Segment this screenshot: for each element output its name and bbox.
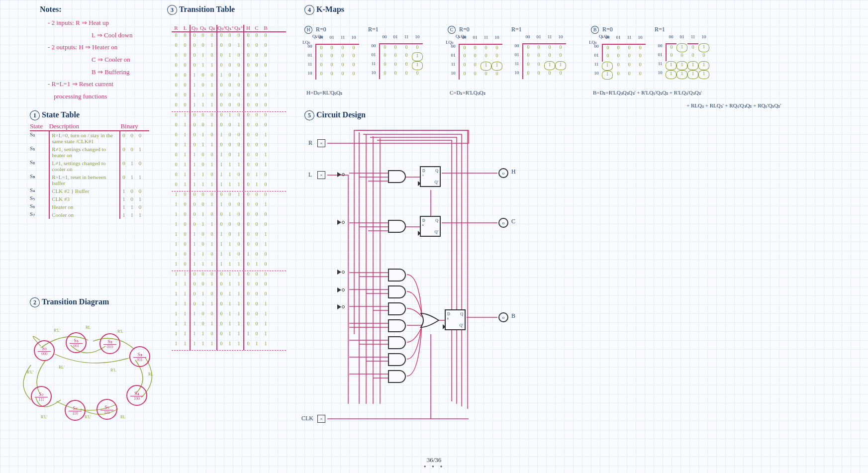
state-table-row: S₆Heater on1 1 0 (30, 203, 149, 211)
tt-row: 11111011011 (172, 341, 286, 351)
circled-num-icon: 3 (167, 5, 177, 15)
tt-row: 01111111010 (172, 182, 286, 191)
tt-row: 01010100001 (172, 132, 286, 142)
state-table-row: S₇Cooler on1 1 1 (30, 211, 149, 219)
tt-row: 01100101001 (172, 152, 286, 162)
state-node-s4: S₄100 (126, 385, 147, 406)
tt-row: 10100101001 (172, 231, 286, 241)
tt-header: L (181, 25, 190, 31)
output-H-label: H (511, 168, 516, 176)
tt-row: 11010011000 (172, 291, 286, 301)
flipflop-D0: D₀ QQ' (420, 166, 441, 187)
and-gate-icon (388, 336, 406, 349)
circuit-diagram: R × L × CLK × D₀ QQ' D₁ QQ' D₂ QQ' o H o… (304, 125, 533, 434)
tt-row: 01101111001 (172, 162, 286, 172)
kmap-equation: H=D₀=RL'Q₀Q₂ (306, 90, 436, 96)
notes-line: - 2 outputs: H ⇒ Heater on (48, 41, 132, 54)
tt-row: 00001001000 (172, 42, 286, 52)
kmap-H: H R=0Q₁Q₂LQ₀0001111000000001000011000010… (304, 26, 423, 80)
tt-row: 00000000000 (172, 32, 286, 42)
tt-row: 00100101001 (172, 72, 286, 82)
tt-row: 01001001000 (172, 122, 286, 132)
and-gate-icon (388, 269, 406, 282)
tt-row: 00101000000 (172, 82, 286, 92)
inverter-icon (337, 220, 341, 225)
state-node-s2: S₂010 (99, 333, 120, 354)
flipflop-D1: D₁ QQ' (420, 216, 441, 237)
transition-table: RLQ₀Q₁Q₂Q₀⁺Q₁⁺Q₂⁺HCB 0000000000000001001… (172, 25, 286, 351)
and-gate-icon (388, 220, 406, 233)
state-table-row: S₂L≠1, settings changed to cooler on0 1 … (30, 159, 149, 173)
input-CLK-label: CLK (301, 415, 313, 422)
tt-row: 10110110100 (172, 251, 286, 261)
state-table-row: S₄CLK #2 } Buffer1 0 0 (30, 187, 149, 195)
state-table-header: State (30, 122, 49, 130)
notes-line: C ⇒ Cooler on (48, 54, 132, 66)
notes-line: processing functions (48, 91, 132, 103)
state-node-s6: S₆110 (65, 400, 86, 421)
tt-row: 10101110001 (172, 241, 286, 251)
tt-row: 01011000000 (172, 142, 286, 152)
tt-header: Q₁⁺ (225, 25, 234, 31)
section-2-title: 2Transition Diagram (30, 297, 109, 307)
notes-title: Notes: (40, 5, 62, 14)
notes-line: - R=L=1 ⇒ Reset current (48, 78, 132, 91)
circled-num-icon: 5 (304, 110, 314, 120)
input-R-pin: × (317, 139, 325, 147)
tt-row: 00011000000 (172, 62, 286, 72)
notes-line: B ⇒ Buffering (48, 66, 132, 79)
kmap-equation: B=D₂=R'LQ₀Q₁Q₂' + R'LQ₀'Q₁Q₂ + R'LQ₀'Q₁Q… (593, 90, 722, 96)
tt-header: Q₂⁺ (234, 25, 243, 31)
tt-header: B (261, 25, 270, 31)
state-node-s7: S₇111 (31, 386, 52, 407)
state-table-row: S₅CLK #31 0 1 (30, 195, 149, 203)
tt-row: 11001011000 (172, 281, 286, 291)
output-C-label: C (511, 218, 515, 225)
section-5-title: 5Circuit Design (304, 110, 366, 120)
tt-row: 10011000000 (172, 221, 286, 231)
output-C-node: o (498, 218, 508, 228)
state-table: State Description Binary S₀R=L=0, turn o… (30, 122, 149, 219)
state-node-s5: S₅101 (96, 399, 117, 420)
tt-row: 01000010000 (172, 112, 286, 122)
and-gate-icon (388, 302, 406, 315)
input-L-pin: × (317, 171, 325, 179)
and-gate-icon (388, 353, 406, 366)
transition-diagram: S₀000 S₁001 S₂010 S₃011 S₄100 S₅101 S₆11… (11, 310, 160, 430)
tt-row: 11101011001 (172, 321, 286, 331)
circled-num-icon: 2 (30, 297, 40, 307)
circled-num-icon: 1 (30, 110, 40, 120)
inverter-bubble-icon (342, 271, 345, 274)
tt-header: C (252, 25, 261, 31)
output-B-label: B (511, 312, 515, 320)
tt-header: Q₁ (198, 25, 207, 31)
state-table-row: S₀R=L=0, turn on / stay in the same stat… (30, 131, 149, 145)
kmap-B-eq2: + RLQ₀ + RLQ₁' + RQ₀'Q₁Q₂ + RQ₀'Q₁Q₂' (686, 102, 781, 109)
and-gate-icon (388, 170, 406, 183)
tt-row: 00010010000 (172, 52, 286, 62)
or-gate-icon (420, 312, 440, 328)
tt-row: 10010010000 (172, 211, 286, 221)
tt-header: Q₀⁺ (216, 25, 225, 31)
state-table-row: S₃R=L=1, reset in between buffer0 1 1 (30, 173, 149, 187)
inverter-icon (337, 304, 341, 309)
inverter-bubble-icon (342, 173, 345, 176)
tt-header: Q₀ (190, 25, 198, 31)
inverter-bubble-icon (342, 221, 345, 224)
state-table-row: S₁R≠1, settings changed to heater on0 0 … (30, 145, 149, 159)
tt-row: 11100011001 (172, 311, 286, 321)
tt-row: 11110011101 (172, 331, 286, 341)
kmap-C: C R=0Q₁Q₂LQ₀0001111000000001000011001110… (448, 26, 566, 80)
circled-num-icon: 4 (304, 5, 314, 15)
inverter-icon (337, 270, 341, 275)
section-3-title: 3Transition Table (167, 5, 235, 15)
state-table-header: Description (49, 122, 120, 130)
state-node-s1: S₁001 (66, 332, 87, 353)
tt-row: 10000001000 (172, 191, 286, 201)
tt-header: Q₂ (207, 25, 216, 31)
tt-row: 10001100001 (172, 201, 286, 211)
input-L-label: L (308, 171, 312, 179)
tt-header: H (243, 25, 252, 31)
inverter-bubble-icon (342, 305, 345, 308)
section-1-title: 1State Table (30, 110, 80, 120)
